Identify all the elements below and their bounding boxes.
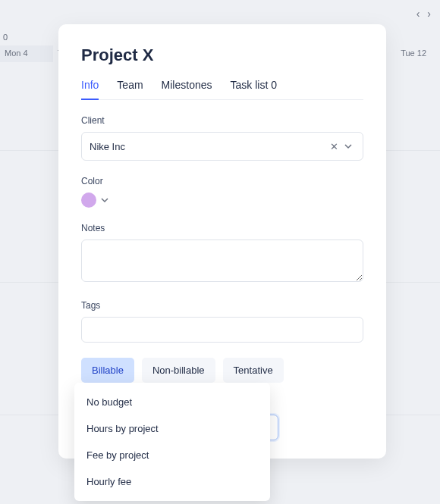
next-week-button[interactable]: › [427,8,431,20]
segment-billable[interactable]: Billable [81,358,134,383]
budget-option-no-budget[interactable]: No budget [74,389,270,415]
budget-option-fee-by-project[interactable]: Fee by project [74,442,270,468]
tab-team[interactable]: Team [117,79,143,99]
client-value: Nike Inc [90,141,327,152]
calendar-day[interactable]: Mon 4 [0,45,53,62]
segment-non-billable[interactable]: Non-billable [142,358,215,383]
tab-info[interactable]: Info [81,79,99,100]
client-label: Client [81,115,363,126]
tags-label: Tags [81,300,363,311]
calendar-nav: ‹ › [0,0,440,27]
calendar-day[interactable]: Tue 12 [396,45,431,61]
color-field: Color [81,176,363,208]
segment-tentative[interactable]: Tentative [223,358,284,383]
tags-input[interactable] [81,317,363,343]
budget-dropdown: No budget Hours by project Fee by projec… [74,383,270,501]
bg-zero-label: 0 [3,33,8,42]
color-picker[interactable] [81,193,363,208]
budget-option-hourly-fee[interactable]: Hourly fee [74,468,270,495]
prev-week-button[interactable]: ‹ [416,8,420,20]
color-swatch [81,193,96,208]
client-select[interactable]: Nike Inc ✕ [81,132,363,161]
tags-field: Tags [81,300,363,343]
budget-option-hours-by-project[interactable]: Hours by project [74,415,270,442]
modal-title: Project X [81,45,363,65]
billing-segments: Billable Non-billable Tentative [81,358,363,383]
chevron-down-icon[interactable] [101,196,108,204]
notes-field: Notes [81,223,363,285]
tab-milestones[interactable]: Milestones [162,79,212,99]
chevron-down-icon[interactable] [341,141,355,152]
client-field: Client Nike Inc ✕ [81,115,363,161]
tab-task-list[interactable]: Task list 0 [231,79,277,99]
notes-textarea[interactable] [81,239,363,282]
color-label: Color [81,176,363,186]
notes-label: Notes [81,223,363,233]
modal-tabs: Info Team Milestones Task list 0 [81,79,363,100]
client-clear-icon[interactable]: ✕ [327,141,341,152]
